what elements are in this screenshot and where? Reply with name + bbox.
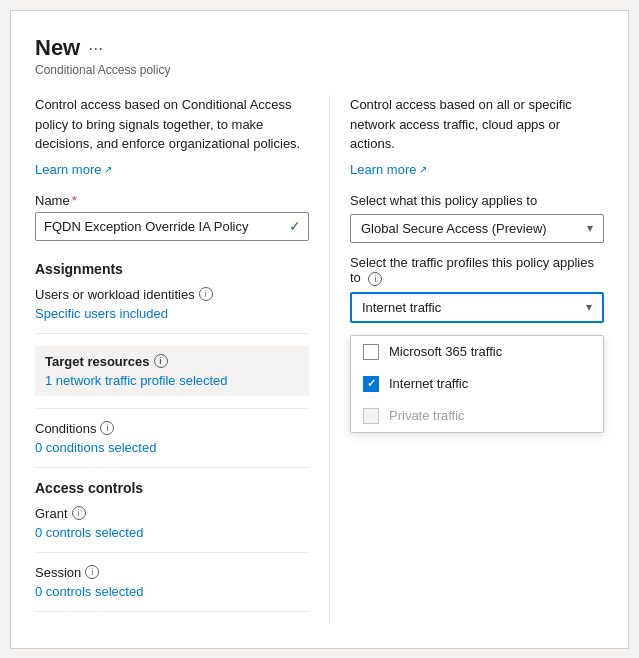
divider-4 — [35, 552, 309, 553]
conditions-info-icon[interactable]: i — [100, 421, 114, 435]
target-resources-info-icon[interactable]: i — [154, 354, 168, 368]
right-learn-more-link[interactable]: Learn more ↗ — [350, 162, 427, 177]
grant-label: Grant i — [35, 506, 309, 521]
microsoft365-label: Microsoft 365 traffic — [389, 344, 502, 359]
traffic-profiles-label: Select the traffic profiles this policy … — [350, 255, 604, 286]
dropdown-item-microsoft365[interactable]: Microsoft 365 traffic — [351, 336, 603, 368]
target-resources-value[interactable]: 1 network traffic profile selected — [45, 373, 299, 388]
name-label: Name* — [35, 193, 309, 208]
page-subtitle: Conditional Access policy — [35, 63, 604, 77]
dropdown-item-private: Private traffic — [351, 400, 603, 432]
policy-applies-dropdown[interactable]: Global Secure Access (Preview) ▾ — [350, 214, 604, 243]
right-description: Control access based on all or specific … — [350, 95, 604, 154]
right-learn-more-text: Learn more — [350, 162, 416, 177]
divider-2 — [35, 408, 309, 409]
policy-applies-label: Select what this policy applies to — [350, 193, 604, 208]
grant-section: Grant i 0 controls selected — [35, 506, 309, 540]
traffic-profiles-chevron-icon: ▾ — [586, 300, 592, 314]
session-value[interactable]: 0 controls selected — [35, 584, 309, 599]
divider-1 — [35, 333, 309, 334]
valid-check-icon: ✓ — [289, 218, 301, 234]
divider-5 — [35, 611, 309, 612]
traffic-dropdown-menu: Microsoft 365 traffic Internet traffic P… — [350, 335, 604, 433]
modal-card: New ··· Conditional Access policy Contro… — [10, 10, 629, 649]
grant-value[interactable]: 0 controls selected — [35, 525, 309, 540]
grant-info-icon[interactable]: i — [72, 506, 86, 520]
access-controls-title: Access controls — [35, 480, 309, 496]
right-column: Control access based on all or specific … — [330, 95, 604, 624]
traffic-profiles-dropdown[interactable]: Internet traffic ▾ — [350, 292, 604, 323]
traffic-profiles-info-icon[interactable]: i — [368, 272, 382, 286]
page-title: New — [35, 35, 80, 61]
name-input[interactable] — [35, 212, 309, 241]
required-indicator: * — [72, 193, 77, 208]
left-column: Control access based on Conditional Acce… — [35, 95, 330, 624]
microsoft365-checkbox[interactable] — [363, 344, 379, 360]
session-label: Session i — [35, 565, 309, 580]
divider-3 — [35, 467, 309, 468]
more-options-button[interactable]: ··· — [88, 38, 103, 59]
target-resources-section[interactable]: Target resources i 1 network traffic pro… — [35, 346, 309, 396]
private-checkbox — [363, 408, 379, 424]
session-section: Session i 0 controls selected — [35, 565, 309, 599]
users-section-label: Users or workload identities i — [35, 287, 309, 302]
policy-applies-chevron-icon: ▾ — [587, 221, 593, 235]
session-info-icon[interactable]: i — [85, 565, 99, 579]
traffic-profiles-value: Internet traffic — [362, 300, 441, 315]
external-link-icon: ↗ — [104, 164, 112, 175]
left-learn-more-text: Learn more — [35, 162, 101, 177]
right-external-link-icon: ↗ — [419, 164, 427, 175]
users-link[interactable]: Specific users included — [35, 306, 309, 321]
assignments-title: Assignments — [35, 261, 309, 277]
left-description: Control access based on Conditional Acce… — [35, 95, 309, 154]
target-resources-label: Target resources i — [45, 354, 299, 369]
internet-checkbox[interactable] — [363, 376, 379, 392]
dropdown-item-internet[interactable]: Internet traffic — [351, 368, 603, 400]
private-label: Private traffic — [389, 408, 465, 423]
users-info-icon[interactable]: i — [199, 287, 213, 301]
policy-applies-value: Global Secure Access (Preview) — [361, 221, 547, 236]
name-field-wrapper: ✓ — [35, 212, 309, 241]
internet-label: Internet traffic — [389, 376, 468, 391]
conditions-value[interactable]: 0 conditions selected — [35, 440, 309, 455]
left-learn-more-link[interactable]: Learn more ↗ — [35, 162, 112, 177]
conditions-label: Conditions i — [35, 421, 309, 436]
